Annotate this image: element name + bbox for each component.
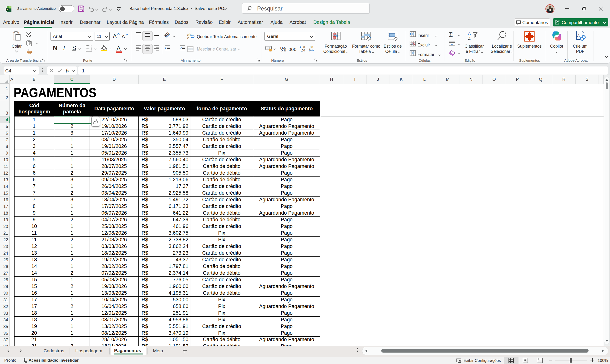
svg-text:A: A (468, 31, 471, 36)
svg-text:,00: ,00 (301, 49, 305, 52)
svg-text:Z: Z (468, 36, 471, 41)
svg-text:A: A (577, 34, 580, 37)
svg-text:0: 0 (303, 46, 305, 49)
svg-text:x: x (6, 8, 8, 11)
svg-text:0: 0 (309, 49, 311, 52)
svg-text:,00: ,00 (309, 46, 313, 49)
